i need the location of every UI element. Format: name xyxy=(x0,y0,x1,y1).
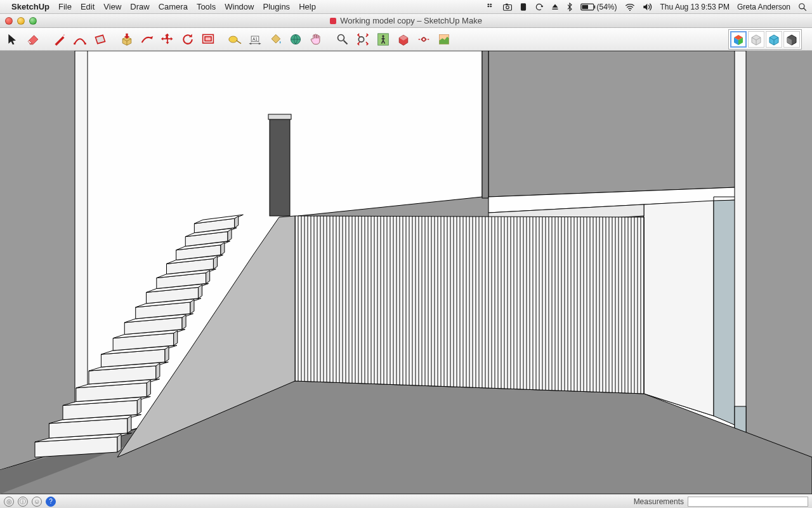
style-xray[interactable] xyxy=(766,31,782,48)
eraser-tool[interactable] xyxy=(24,30,42,48)
tapemeasure-tool[interactable] xyxy=(226,30,244,48)
svg-marker-157 xyxy=(117,434,121,452)
menu-file[interactable]: File xyxy=(58,2,72,11)
svg-rect-22 xyxy=(378,33,389,44)
pushpull-tool[interactable] xyxy=(118,30,136,48)
menu-edit[interactable]: Edit xyxy=(81,2,95,11)
svg-marker-175 xyxy=(174,331,178,345)
user-menu[interactable]: Greta Anderson xyxy=(737,3,790,11)
profile-icon[interactable]: ☺ xyxy=(32,497,42,507)
battery-percent: (54%) xyxy=(597,3,617,11)
geolocation-icon[interactable]: ◎ xyxy=(4,497,14,507)
eject-icon[interactable] xyxy=(551,3,559,11)
svg-marker-33 xyxy=(714,200,736,425)
svg-marker-181 xyxy=(190,300,194,314)
svg-rect-41 xyxy=(268,114,291,119)
svg-marker-196 xyxy=(228,229,232,241)
credits-icon[interactable]: ⓘ xyxy=(18,497,28,507)
paintbucket-tool[interactable] xyxy=(266,30,284,48)
help-icon[interactable]: ? xyxy=(46,497,56,507)
svg-marker-166 xyxy=(147,380,150,397)
svg-point-7 xyxy=(799,3,804,8)
wifi-icon[interactable] xyxy=(625,3,635,11)
volume-icon[interactable] xyxy=(643,3,653,11)
dimension-tool[interactable]: A1 xyxy=(246,30,264,48)
arc-tool[interactable] xyxy=(71,30,89,48)
window-titlebar: Working model copy – SketchUp Make xyxy=(0,14,812,28)
svg-line-8 xyxy=(804,8,806,10)
model-viewport[interactable] xyxy=(0,51,812,494)
style-hiddenline[interactable] xyxy=(748,31,764,48)
component-tool[interactable] xyxy=(287,30,304,48)
battery-icon[interactable]: (54%) xyxy=(580,3,617,11)
svg-point-18 xyxy=(291,34,300,44)
svg-point-10 xyxy=(84,43,86,44)
walk-tool[interactable] xyxy=(374,30,392,48)
camera-icon[interactable] xyxy=(503,3,512,11)
move-tool[interactable] xyxy=(159,30,176,48)
menu-plugins[interactable]: Plugins xyxy=(263,2,290,11)
svg-marker-172 xyxy=(165,347,169,362)
sectionplane-tool[interactable] xyxy=(395,30,412,48)
svg-rect-2 xyxy=(506,3,508,4)
followme-tool[interactable] xyxy=(138,30,156,48)
offset-tool[interactable] xyxy=(199,30,217,48)
zoom-tool[interactable] xyxy=(334,30,351,48)
select-tool[interactable] xyxy=(4,30,22,48)
svg-marker-32 xyxy=(644,201,714,416)
rectangle-tool[interactable] xyxy=(91,30,109,48)
measurements-input[interactable] xyxy=(688,497,808,507)
svg-point-21 xyxy=(358,36,363,41)
lookaround-tool[interactable] xyxy=(415,30,433,48)
menu-window[interactable]: Window xyxy=(225,2,254,11)
menu-draw[interactable]: Draw xyxy=(130,2,149,11)
sync-icon[interactable] xyxy=(535,3,544,11)
pan-tool[interactable] xyxy=(307,30,325,48)
svg-marker-160 xyxy=(128,416,131,433)
svg-point-23 xyxy=(382,35,384,37)
svg-marker-187 xyxy=(206,271,210,284)
mac-menubar: SketchUp File Edit View Draw Camera Tool… xyxy=(0,0,812,14)
svg-point-19 xyxy=(338,34,344,41)
face-style-toolbar xyxy=(728,29,802,50)
style-monochrome[interactable] xyxy=(783,31,800,48)
window-title: Working model copy – SketchUp Make xyxy=(0,16,812,25)
svg-line-14 xyxy=(237,40,242,43)
app-menu[interactable]: SketchUp xyxy=(11,2,49,11)
line-tool[interactable] xyxy=(51,30,69,48)
window-close-button[interactable] xyxy=(5,17,13,25)
window-minimize-button[interactable] xyxy=(17,17,25,25)
svg-rect-4 xyxy=(582,4,588,8)
svg-point-13 xyxy=(229,36,237,43)
clock[interactable]: Thu Aug 13 9:53 PM xyxy=(660,3,730,11)
menu-help[interactable]: Help xyxy=(299,2,316,11)
svg-point-24 xyxy=(422,38,424,40)
svg-marker-29 xyxy=(488,51,736,197)
svg-point-9 xyxy=(74,43,75,44)
svg-text:A1: A1 xyxy=(252,36,258,41)
svg-marker-184 xyxy=(198,284,202,298)
menu-view[interactable]: View xyxy=(103,2,121,11)
evernote-icon[interactable] xyxy=(520,3,527,11)
style-shaded-textures[interactable] xyxy=(730,31,747,48)
rotate-tool[interactable] xyxy=(179,30,197,48)
dropbox-icon[interactable] xyxy=(487,3,495,11)
addlocation-tool[interactable] xyxy=(435,30,453,48)
svg-marker-169 xyxy=(156,363,160,379)
measurements-label: Measurements xyxy=(634,497,684,506)
zoomextents-tool[interactable] xyxy=(354,30,372,48)
svg-marker-193 xyxy=(221,243,225,255)
document-proxy-icon[interactable] xyxy=(330,18,336,24)
spotlight-icon[interactable] xyxy=(798,3,807,11)
window-zoom-button[interactable] xyxy=(29,17,37,25)
menu-tools[interactable]: Tools xyxy=(197,2,216,11)
menu-camera[interactable]: Camera xyxy=(159,2,188,11)
svg-rect-40 xyxy=(270,117,290,216)
bluetooth-icon[interactable] xyxy=(566,3,573,11)
svg-rect-11 xyxy=(203,34,214,43)
svg-rect-12 xyxy=(205,36,211,41)
menubar-status: (54%) Thu Aug 13 9:53 PM Greta Anderson xyxy=(487,3,807,11)
svg-rect-5 xyxy=(594,5,595,8)
svg-marker-190 xyxy=(213,256,217,269)
svg-marker-178 xyxy=(182,315,186,330)
